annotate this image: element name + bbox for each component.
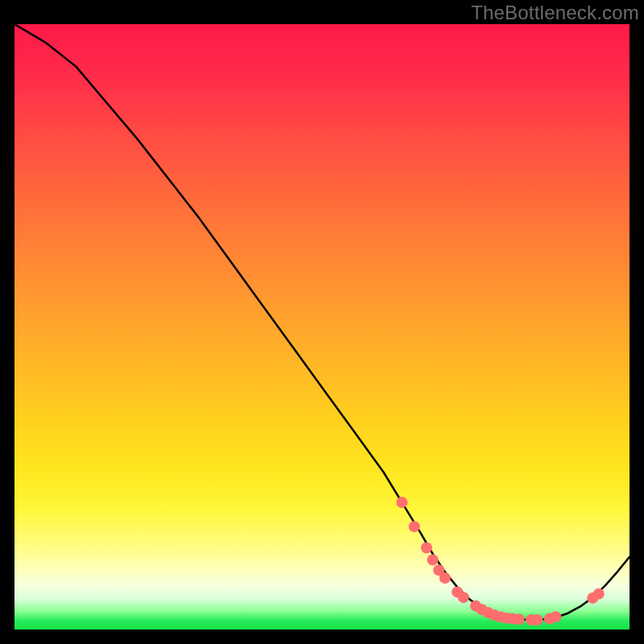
chart-svg [14, 24, 630, 630]
curve-marker [550, 611, 561, 622]
curve-marker [421, 542, 432, 553]
curve-group [14, 24, 630, 625]
curve-marker [409, 521, 420, 532]
curve-marker [531, 614, 543, 625]
series-curve [14, 24, 630, 620]
chart-container: TheBottleneck.com [0, 0, 644, 644]
curve-marker [396, 497, 407, 508]
curve-marker [427, 555, 439, 566]
curve-marker [513, 613, 524, 625]
watermark-text: TheBottleneck.com [471, 2, 639, 24]
curve-marker [440, 572, 451, 584]
curve-marker [593, 588, 605, 600]
curve-markers [396, 497, 604, 625]
curve-marker [458, 592, 469, 603]
